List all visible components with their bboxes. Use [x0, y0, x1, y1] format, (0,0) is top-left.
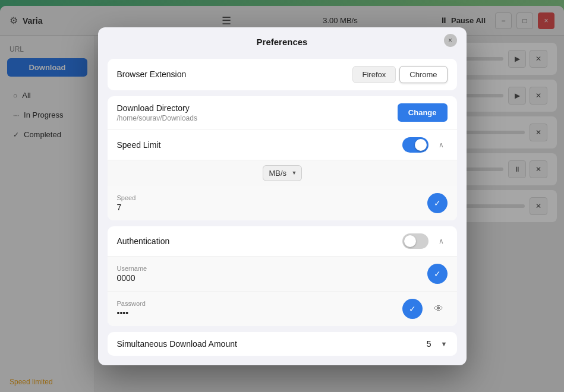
chrome-button[interactable]: Chrome: [399, 66, 447, 83]
authentication-label: Authentication: [117, 236, 395, 246]
username-row: Username 0000 ✓: [108, 257, 457, 292]
password-label: Password: [117, 300, 395, 307]
browser-extension-row: Browser Extension Firefox Chrome: [108, 59, 457, 90]
simultaneous-label: Simultaneous Download Amount: [117, 339, 420, 349]
speed-field: Speed 7: [117, 194, 420, 212]
download-directory-row: Download Directory /home/sourav/Download…: [108, 96, 457, 130]
modal-body: Browser Extension Firefox Chrome Downloa…: [98, 54, 467, 365]
password-row: Password •••• ✓ 👁: [108, 292, 457, 326]
directory-speed-card: Download Directory /home/sourav/Download…: [108, 96, 457, 220]
modal-overlay: Preferences × Browser Extension Firefox …: [0, 0, 564, 392]
directory-info: Download Directory /home/sourav/Download…: [117, 103, 390, 122]
simultaneous-value: 5: [427, 339, 431, 349]
authentication-toggle-thumb: [404, 235, 416, 247]
username-field: Username 0000: [117, 265, 420, 283]
authentication-toggle[interactable]: [402, 233, 428, 249]
password-visibility-button[interactable]: 👁: [430, 300, 448, 318]
password-value[interactable]: ••••: [117, 308, 395, 318]
speed-limit-chevron-up[interactable]: ∧: [436, 139, 448, 151]
simultaneous-card: Simultaneous Download Amount 5 ▼: [108, 332, 457, 356]
speed-value-row: Speed 7 ✓: [108, 186, 457, 220]
modal-header: Preferences ×: [98, 27, 467, 54]
speed-limit-toggle-thumb: [415, 139, 427, 151]
speed-limit-label: Speed Limit: [117, 140, 395, 150]
browser-extension-card: Browser Extension Firefox Chrome: [108, 59, 457, 90]
simultaneous-dropdown-button[interactable]: ▼: [441, 340, 448, 347]
password-field: Password ••••: [117, 300, 395, 318]
unit-wrapper: MB/s KB/s: [263, 165, 302, 181]
modal-title: Preferences: [257, 37, 308, 47]
speed-confirm-button[interactable]: ✓: [427, 193, 448, 213]
username-confirm-button[interactable]: ✓: [427, 264, 448, 284]
speed-field-label: Speed: [117, 194, 420, 201]
directory-label: Download Directory: [117, 103, 390, 113]
speed-limit-toggle[interactable]: [402, 137, 428, 153]
speed-limit-row: Speed Limit ∧: [108, 130, 457, 160]
directory-path: /home/sourav/Downloads: [117, 114, 390, 122]
password-confirm-button[interactable]: ✓: [402, 299, 423, 319]
browser-btn-group: Firefox Chrome: [352, 66, 448, 83]
unit-row: MB/s KB/s: [108, 160, 457, 186]
modal-close-button[interactable]: ×: [444, 34, 457, 47]
speed-field-value[interactable]: 7: [117, 203, 420, 212]
username-label: Username: [117, 265, 420, 272]
authentication-row: Authentication ∧: [108, 226, 457, 257]
authentication-card: Authentication ∧ Username 0000 ✓: [108, 226, 457, 326]
firefox-button[interactable]: Firefox: [352, 66, 396, 83]
authentication-chevron-up[interactable]: ∧: [436, 235, 448, 247]
simultaneous-row: Simultaneous Download Amount 5 ▼: [108, 332, 457, 356]
browser-extension-label: Browser Extension: [117, 69, 345, 79]
change-directory-button[interactable]: Change: [398, 103, 448, 122]
username-value[interactable]: 0000: [117, 273, 420, 283]
preferences-modal: Preferences × Browser Extension Firefox …: [98, 27, 467, 365]
unit-select[interactable]: MB/s KB/s: [263, 165, 302, 181]
